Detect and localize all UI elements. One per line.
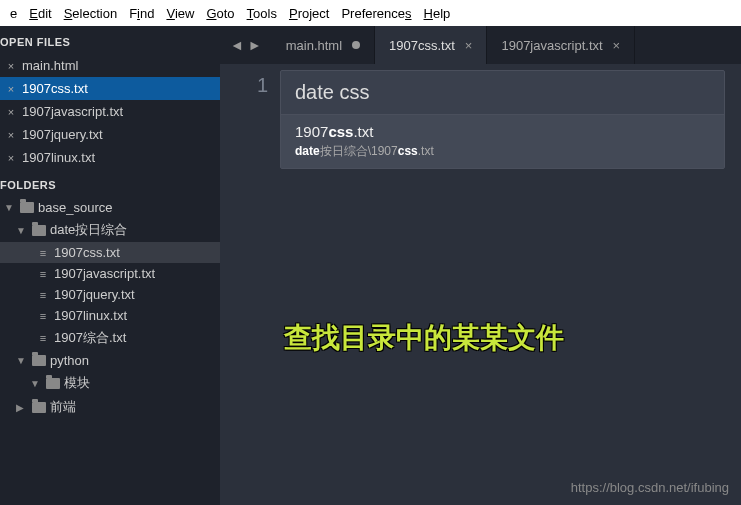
file-label: 1907综合.txt [54, 329, 126, 347]
file-label: 1907javascript.txt [22, 104, 123, 119]
close-icon[interactable]: × [6, 130, 16, 140]
file-icon: ≡ [36, 268, 50, 280]
folder-python[interactable]: ▼ python [0, 350, 220, 371]
search-input[interactable]: date css [281, 71, 724, 115]
tree-file[interactable]: ≡1907javascript.txt [0, 263, 220, 284]
file-label: 1907css.txt [54, 245, 120, 260]
folder-icon [46, 378, 60, 389]
folder-icon [20, 202, 34, 213]
file-label: 1907jquery.txt [54, 287, 135, 302]
folder-frontend[interactable]: ▶ 前端 [0, 395, 220, 419]
menu-goto[interactable]: Goto [200, 4, 240, 23]
folder-icon [32, 225, 46, 236]
folder-root[interactable]: ▼ base_source [0, 197, 220, 218]
result-path: date按日综合\1907css.txt [295, 143, 710, 160]
line-number: 1 [220, 74, 268, 97]
menu-edit[interactable]: Edit [23, 4, 57, 23]
goto-anything-overlay: date css 1907css.txt date按日综合\1907css.tx… [280, 70, 725, 169]
open-file-item[interactable]: ×1907linux.txt [0, 146, 220, 169]
file-label: main.html [22, 58, 78, 73]
nav-next-icon[interactable]: ► [248, 37, 262, 53]
open-files-header: OPEN FILES [0, 26, 220, 54]
tab-label: 1907css.txt [389, 38, 455, 53]
watermark: https://blog.csdn.net/ifubing [571, 480, 729, 495]
file-icon: ≡ [36, 310, 50, 322]
tree-file[interactable]: ≡1907jquery.txt [0, 284, 220, 305]
folder-date[interactable]: ▼ date按日综合 [0, 218, 220, 242]
close-icon[interactable]: × [6, 153, 16, 163]
annotation-text: 查找目录中的某某文件 [284, 319, 564, 357]
menu-help[interactable]: Help [418, 4, 457, 23]
tree-file[interactable]: ≡1907综合.txt [0, 326, 220, 350]
file-label: 1907linux.txt [54, 308, 127, 323]
chevron-right-icon: ▶ [16, 402, 28, 413]
sidebar: OPEN FILES ×main.html×1907css.txt×1907ja… [0, 26, 220, 505]
menu-preferences[interactable]: Preferences [335, 4, 417, 23]
file-label: 1907css.txt [22, 81, 88, 96]
chevron-down-icon: ▼ [16, 355, 28, 366]
tree-file[interactable]: ≡1907css.txt [0, 242, 220, 263]
tab[interactable]: main.html [272, 26, 375, 64]
folders-header: FOLDERS [0, 169, 220, 197]
close-icon[interactable]: × [465, 38, 473, 53]
folder-icon [32, 402, 46, 413]
editor-area: ◄ ► main.html1907css.txt×1907javascript.… [220, 26, 741, 505]
tabbar: ◄ ► main.html1907css.txt×1907javascript.… [220, 26, 741, 64]
folder-modules[interactable]: ▼ 模块 [0, 371, 220, 395]
file-label: 1907linux.txt [22, 150, 95, 165]
chevron-down-icon: ▼ [4, 202, 16, 213]
dirty-dot-icon [352, 41, 360, 49]
file-icon: ≡ [36, 332, 50, 344]
folder-icon [32, 355, 46, 366]
close-icon[interactable]: × [613, 38, 621, 53]
close-icon[interactable]: × [6, 107, 16, 117]
menu-view[interactable]: View [160, 4, 200, 23]
tab[interactable]: 1907javascript.txt× [487, 26, 635, 64]
tree-file[interactable]: ≡1907linux.txt [0, 305, 220, 326]
file-icon: ≡ [36, 247, 50, 259]
gutter: 1 [220, 64, 276, 505]
menu-project[interactable]: Project [283, 4, 335, 23]
open-file-item[interactable]: ×1907css.txt [0, 77, 220, 100]
tab-label: main.html [286, 38, 342, 53]
menu-find[interactable]: Find [123, 4, 160, 23]
file-label: 1907jquery.txt [22, 127, 103, 142]
menu-file[interactable]: e [4, 4, 23, 23]
file-icon: ≡ [36, 289, 50, 301]
open-file-item[interactable]: ×1907javascript.txt [0, 100, 220, 123]
menu-selection[interactable]: Selection [58, 4, 123, 23]
open-file-item[interactable]: ×1907jquery.txt [0, 123, 220, 146]
result-filename: 1907css.txt [295, 123, 710, 140]
chevron-down-icon: ▼ [16, 225, 28, 236]
search-result[interactable]: 1907css.txt date按日综合\1907css.txt [281, 115, 724, 168]
file-label: 1907javascript.txt [54, 266, 155, 281]
chevron-right-icon: ▼ [30, 378, 42, 389]
nav-prev-icon[interactable]: ◄ [230, 37, 244, 53]
close-icon[interactable]: × [6, 61, 16, 71]
tab-label: 1907javascript.txt [501, 38, 602, 53]
menu-tools[interactable]: Tools [241, 4, 283, 23]
menubar: e Edit Selection Find View Goto Tools Pr… [0, 0, 741, 26]
close-icon[interactable]: × [6, 84, 16, 94]
open-file-item[interactable]: ×main.html [0, 54, 220, 77]
tab[interactable]: 1907css.txt× [375, 26, 487, 64]
